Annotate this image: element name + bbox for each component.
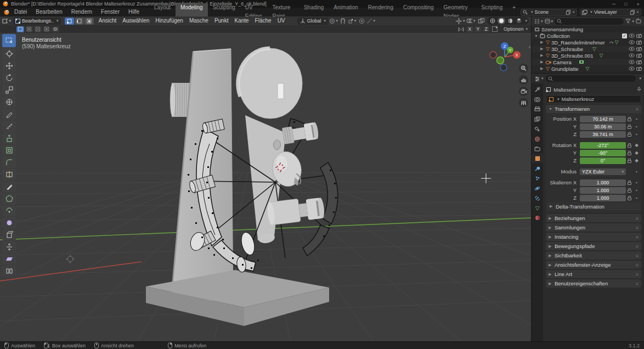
- hide-eye-icon[interactable]: [629, 66, 635, 71]
- tab-tool[interactable]: [532, 85, 543, 94]
- lock-icon[interactable]: [626, 151, 633, 155]
- select-subtract-mode-button[interactable]: [34, 26, 42, 32]
- tab-constraints[interactable]: [532, 194, 543, 202]
- lock-icon[interactable]: [626, 196, 633, 200]
- tool-poly-build[interactable]: [2, 193, 16, 204]
- lock-icon[interactable]: [626, 132, 633, 137]
- scene-selector[interactable]: ▾ Scene ×: [521, 9, 577, 16]
- disclosure-icon[interactable]: ▶: [540, 53, 544, 58]
- unlink-scene-icon[interactable]: ×: [572, 9, 575, 15]
- remove-viewlayer-icon[interactable]: ×: [636, 9, 639, 15]
- mirror-x-button[interactable]: X: [466, 26, 473, 32]
- tool-rip-region[interactable]: [2, 266, 16, 277]
- menu-ansicht[interactable]: Ansicht: [96, 16, 120, 25]
- position-x-field[interactable]: 70.142 m: [580, 116, 626, 122]
- disable-render-icon[interactable]: [636, 53, 642, 58]
- tab-material[interactable]: [532, 213, 543, 222]
- menu-bearbeiten[interactable]: Bearbeiten: [31, 8, 66, 16]
- rotation-x-field[interactable]: -272°: [580, 142, 626, 149]
- tab-output[interactable]: [532, 105, 543, 114]
- snap-target-icon[interactable]: ▾: [348, 17, 357, 25]
- copy-icon[interactable]: [630, 10, 635, 15]
- collection-row[interactable]: ▼ Collection ✓: [532, 32, 644, 39]
- scale-x-field[interactable]: 1.000: [580, 179, 626, 186]
- pin-icon[interactable]: [637, 87, 641, 93]
- menu-punkt[interactable]: Punkt: [212, 16, 231, 25]
- keyframe-diamond-icon[interactable]: ◆: [633, 150, 640, 155]
- tab-world[interactable]: [532, 134, 543, 143]
- proportional-editing-icon[interactable]: [357, 17, 366, 25]
- select-intersect-mode-button[interactable]: [52, 26, 59, 32]
- select-invert-mode-button[interactable]: [43, 26, 50, 32]
- viewlayer-selector[interactable]: ▾ ViewLayer ×: [580, 9, 641, 16]
- tool-bevel[interactable]: [2, 157, 16, 168]
- filter-options-icon[interactable]: ▾: [639, 76, 641, 81]
- display-mode-icon[interactable]: ▾: [545, 19, 553, 24]
- edge-select-button[interactable]: [75, 18, 84, 25]
- collection-checkbox[interactable]: ✓: [622, 33, 627, 38]
- tool-extrude-region[interactable]: [2, 133, 16, 144]
- panel-beziehungen[interactable]: ▶Beziehungen≡: [546, 214, 641, 222]
- animate-dot-icon[interactable]: •: [633, 124, 640, 129]
- menu-auswaehlen[interactable]: Auswählen: [120, 16, 152, 25]
- tab-object[interactable]: [532, 154, 543, 163]
- material-preview-button[interactable]: [506, 18, 514, 24]
- disable-render-icon[interactable]: [636, 66, 642, 71]
- tool-rotate[interactable]: [2, 72, 16, 83]
- solid-shading-button[interactable]: [498, 18, 505, 24]
- object-row[interactable]: ▶ ▽ 3D_Raendelmitnehmer ▽: [532, 39, 644, 46]
- properties-editor-icon[interactable]: ▾: [534, 76, 544, 81]
- tab-physics[interactable]: [532, 184, 543, 193]
- menu-rendern[interactable]: Rendern: [67, 8, 97, 16]
- copy-icon[interactable]: [566, 10, 570, 15]
- options-dropdown[interactable]: Optionen ▾: [504, 26, 528, 32]
- disclosure-open-icon[interactable]: ▼: [534, 34, 538, 38]
- tool-knife[interactable]: [2, 181, 16, 192]
- disclosure-icon[interactable]: ▶: [540, 66, 544, 71]
- scale-y-field[interactable]: 1.000: [580, 187, 626, 194]
- blender-menu-icon[interactable]: [3, 9, 10, 15]
- mirror-z-button[interactable]: Z: [483, 26, 490, 32]
- scene-collection-row[interactable]: Szenensammlung: [532, 26, 644, 32]
- disclosure-icon[interactable]: ▶: [540, 40, 544, 44]
- rotation-mode-dropdown[interactable]: YZX Euler▾: [580, 168, 626, 175]
- tool-move[interactable]: [2, 60, 16, 71]
- scale-z-field[interactable]: 1.000: [580, 195, 626, 201]
- object-row[interactable]: ▶ ▽ Grundplatte ▽: [532, 65, 644, 72]
- falloff-curve-icon[interactable]: ▾: [366, 17, 375, 25]
- rotation-y-field[interactable]: -90°: [580, 150, 626, 156]
- transform-panel-header[interactable]: ▼ Transformieren ≡: [546, 105, 641, 113]
- keyframe-diamond-icon[interactable]: ◆: [633, 158, 640, 163]
- filter-funnel-icon[interactable]: ▾: [625, 19, 634, 24]
- object-name-field[interactable]: ▾ Malteserkreuz: [546, 95, 641, 103]
- disable-render-icon[interactable]: [636, 47, 642, 51]
- outliner-search-input[interactable]: [555, 18, 624, 25]
- keyframe-diamond-icon[interactable]: ◆: [633, 143, 640, 148]
- mirror-y-button[interactable]: Y: [474, 26, 482, 32]
- lock-icon[interactable]: [626, 188, 633, 193]
- select-extend-mode-button[interactable]: [25, 26, 33, 32]
- hide-eye-icon[interactable]: [629, 53, 635, 58]
- object-row[interactable]: ▶ ▽ 3D_Schraube.001 ▽: [532, 52, 644, 59]
- mode-selector[interactable]: Bearbeitungs.. ▾: [13, 18, 61, 25]
- rendered-shading-button[interactable]: [515, 18, 523, 24]
- tab-object-data[interactable]: ▽: [532, 204, 543, 212]
- delta-transform-subpanel[interactable]: ▶Delta-Transformation: [547, 202, 640, 210]
- position-y-field[interactable]: 30.06 m: [580, 123, 626, 130]
- object-row[interactable]: ▶ ▽ 3D_Schraube ▽: [532, 46, 644, 52]
- tool-smooth[interactable]: [2, 217, 16, 228]
- disable-render-icon[interactable]: [636, 40, 642, 44]
- menu-fenster[interactable]: Fenster: [97, 8, 124, 16]
- panel-sichtbarkeit[interactable]: ▶Sichtbarkeit≡: [546, 251, 641, 260]
- menu-kante[interactable]: Kante: [231, 16, 251, 25]
- tab-particles[interactable]: [532, 174, 543, 183]
- menu-datei[interactable]: Datei: [10, 8, 31, 16]
- tool-box-select[interactable]: [2, 34, 16, 47]
- select-set-mode-button[interactable]: [16, 26, 24, 32]
- tab-modifiers[interactable]: [532, 164, 543, 173]
- hide-eye-icon[interactable]: [629, 40, 635, 44]
- animate-dot-icon[interactable]: •: [633, 195, 640, 200]
- outliner-editor-icon[interactable]: ▾: [534, 19, 543, 24]
- disable-render-icon[interactable]: [636, 33, 642, 38]
- panel-line-art[interactable]: ▶Line Art≡: [546, 270, 641, 278]
